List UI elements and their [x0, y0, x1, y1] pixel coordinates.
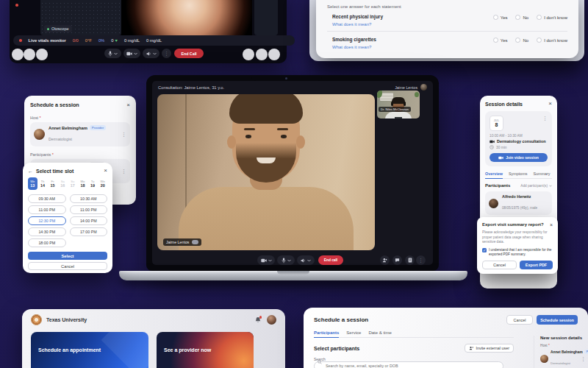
- acknowledge-checkbox[interactable]: ✓: [482, 248, 487, 252]
- time-slot[interactable]: 10:30 AM: [70, 194, 108, 203]
- date-badge: JUL8: [490, 116, 503, 131]
- end-call-button[interactable]: End Call: [174, 49, 204, 58]
- person-info: Annet Belmingham Provider Dermatologist: [49, 125, 118, 144]
- select-button[interactable]: Select: [28, 252, 107, 260]
- close-icon[interactable]: ×: [548, 101, 552, 107]
- session-tabs: Overview Symptoms Summary: [485, 171, 552, 179]
- back-icon[interactable]: ←: [28, 169, 33, 174]
- radio-option-yes[interactable]: Yes: [493, 15, 508, 20]
- patient-head: [232, 94, 300, 181]
- person-info: Annet Belmingham Provider Dermatologist: [551, 350, 578, 367]
- row-more-icon[interactable]: ⋮: [121, 169, 126, 174]
- account-avatar[interactable]: [420, 84, 427, 91]
- day-cell[interactable]: We20: [98, 177, 107, 190]
- search-input[interactable]: [314, 361, 503, 368]
- end-call-button[interactable]: End call: [318, 255, 343, 265]
- schedule-session-button[interactable]: Schedule session: [537, 315, 578, 325]
- monitor-avatar-button-5[interactable]: [256, 49, 268, 60]
- what-does-it-mean-link[interactable]: What does it mean?: [332, 22, 383, 26]
- time-slot[interactable]: 09:30 AM: [28, 194, 66, 203]
- radio-option-no[interactable]: No: [515, 38, 528, 43]
- provider-badge: Provider: [584, 350, 588, 354]
- tab-summary[interactable]: Summary: [533, 171, 550, 178]
- close-icon[interactable]: ×: [126, 102, 130, 108]
- tab-date-time[interactable]: Date & time: [368, 330, 391, 337]
- close-icon[interactable]: ×: [104, 168, 107, 174]
- day-cell[interactable]: Fr15: [48, 177, 57, 190]
- mic-dropdown-button[interactable]: [277, 255, 295, 265]
- invite-external-user-button[interactable]: Invite external user: [465, 344, 514, 353]
- tab-participants[interactable]: Participants: [314, 330, 339, 338]
- add-participants-link[interactable]: Add participant(s): [520, 184, 552, 188]
- mic-dropdown-button[interactable]: [104, 49, 121, 58]
- join-video-session-button[interactable]: Join video session: [490, 153, 548, 162]
- chat-button[interactable]: [392, 255, 402, 265]
- monitor-avatar-button-1[interactable]: [12, 49, 24, 60]
- time-slot[interactable]: 11:00 PM: [28, 205, 66, 214]
- time-slot[interactable]: 17:00 PM: [70, 227, 108, 236]
- day-cell[interactable]: Th14: [38, 177, 48, 190]
- host-row[interactable]: Annet Belmingham Provider Dermatologist …: [30, 122, 130, 146]
- day-cell[interactable]: Tu19: [88, 177, 98, 190]
- more-options-button[interactable]: ⋮: [162, 49, 171, 58]
- tab-service[interactable]: Service: [346, 330, 361, 337]
- close-icon[interactable]: ×: [550, 222, 553, 227]
- what-does-it-mean-link[interactable]: What does it mean?: [332, 45, 376, 49]
- schedule-session-window: Schedule a session Cancel Schedule sessi…: [304, 308, 588, 368]
- statement-text: Recent physical injury: [332, 14, 383, 19]
- see-provider-card[interactable]: See a provider now: [157, 332, 254, 368]
- session-more-icon[interactable]: ⋮: [542, 116, 548, 121]
- notifications-button[interactable]: [255, 316, 261, 323]
- laptop-screen-bezel: Consultation: Jaime Lentos, 31 y.o. Jaim…: [146, 75, 439, 271]
- time-slot[interactable]: 14:00 PM: [70, 216, 108, 225]
- camera-dropdown-button[interactable]: [123, 49, 140, 58]
- profile-avatar[interactable]: [267, 315, 276, 325]
- time-slot[interactable]: 14:30 PM: [28, 227, 66, 236]
- radio-option-yes[interactable]: Yes: [493, 38, 508, 43]
- camera-dropdown-button[interactable]: [257, 255, 275, 265]
- cancel-button[interactable]: Cancel: [506, 315, 533, 325]
- radio-option-no[interactable]: No: [515, 15, 528, 20]
- participants-icon: [382, 258, 387, 263]
- participants-title: Participants: [485, 183, 510, 188]
- time-slot-selected[interactable]: 12:30 PM: [28, 216, 66, 225]
- search-field-wrap: [314, 357, 503, 368]
- laptop-camera-notch: [251, 75, 322, 81]
- cancel-button[interactable]: Cancel: [28, 262, 107, 270]
- speaker-dropdown-button[interactable]: [143, 49, 159, 58]
- notes-button[interactable]: [405, 255, 415, 265]
- schedule-appointment-card[interactable]: Schedule an appointment: [31, 332, 148, 368]
- tab-symptoms[interactable]: Symptoms: [509, 171, 527, 178]
- monitor-avatar-button-4[interactable]: [243, 49, 254, 60]
- thumbnail-video-provider[interactable]: Dr. Niles McClennon: [377, 91, 420, 118]
- participant-row[interactable]: Alfredo Herwitz 08/05/1975 (49y), male: [485, 191, 552, 215]
- radio-option-dont-know[interactable]: I don't know: [537, 15, 567, 20]
- tab-overview[interactable]: Overview: [485, 171, 503, 179]
- host-row[interactable]: Annet Belmingham Provider Dermatologist …: [540, 350, 586, 367]
- row-more-icon[interactable]: ⋮: [121, 132, 126, 137]
- university-seal-logo: [31, 314, 42, 325]
- monitor-avatar-button-3[interactable]: [36, 49, 48, 60]
- export-pdf-button[interactable]: Export PDF: [520, 261, 553, 269]
- consultation-title: Consultation: Jaime Lentos, 31 y.o.: [158, 85, 224, 90]
- monitor-avatar-button-6[interactable]: [268, 49, 280, 60]
- row-more-icon[interactable]: ⋮: [581, 356, 586, 361]
- card-label: Schedule an appointment: [38, 347, 101, 353]
- time-slot[interactable]: 18:00 PM: [28, 238, 66, 247]
- monitor-avatar-button-2[interactable]: [24, 49, 35, 60]
- camera-icon: [498, 156, 503, 160]
- more-options-button[interactable]: ⋮: [416, 255, 426, 265]
- time-slot[interactable]: 11:00 PM: [70, 205, 108, 214]
- dialog-title: Export visit summary report?: [482, 222, 544, 227]
- cancel-button[interactable]: Cancel: [482, 261, 517, 269]
- participants-button[interactable]: [380, 255, 390, 265]
- patient-smile: [257, 158, 276, 163]
- time-slot-grid: 09:30 AM 10:30 AM 11:00 PM 11:00 PM 12:3…: [28, 194, 107, 247]
- day-cell[interactable]: Mo18: [78, 177, 87, 190]
- new-session-column: New session details Host * Annet Belming…: [540, 336, 586, 368]
- speaker-dropdown-button[interactable]: [297, 255, 315, 265]
- radio-option-dont-know[interactable]: I don't know: [537, 38, 567, 43]
- radio-icon: [515, 38, 520, 43]
- recording-dot: [15, 4, 18, 7]
- day-cell-selected[interactable]: We13: [28, 177, 37, 190]
